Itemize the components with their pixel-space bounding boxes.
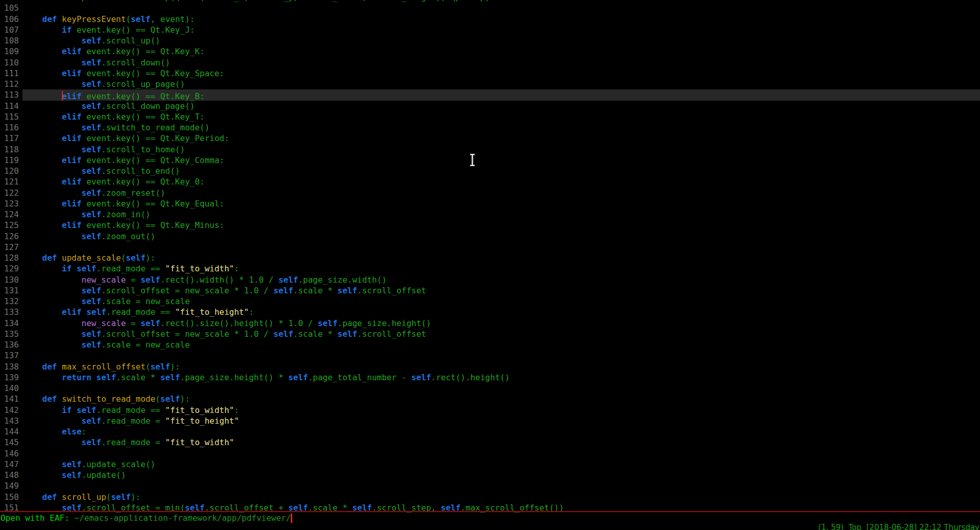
token: self bbox=[160, 394, 180, 404]
token: .scroll_up() bbox=[101, 36, 160, 45]
code-line[interactable]: 134 new_scale = self.rect().size().heigh… bbox=[0, 318, 980, 329]
line-number: 119 bbox=[0, 155, 19, 166]
code-line[interactable]: 130 new_scale = self.rect().width() * 1.… bbox=[0, 274, 980, 285]
token: .rect().size().height() * 1.0 / bbox=[160, 318, 318, 328]
code-line[interactable]: 133 elif self.read_mode == "fit_to_heigh… bbox=[0, 307, 980, 317]
code-line[interactable]: 146 bbox=[0, 448, 980, 459]
code-line[interactable]: 132 self.scale = new_scale bbox=[0, 296, 980, 307]
line-number: 113 bbox=[0, 89, 19, 100]
code-text: def max_scroll_offset(self): bbox=[22, 361, 980, 372]
line-number: 117 bbox=[0, 133, 19, 144]
token bbox=[22, 437, 82, 447]
code-line[interactable]: 125 elif event.key() == Qt.Key_Minus: bbox=[0, 220, 980, 231]
code-line[interactable]: 143 self.read_mode = "fit_to_height" bbox=[0, 416, 980, 426]
token bbox=[22, 91, 62, 101]
code-text: self.scroll_up() bbox=[22, 35, 980, 46]
code-line[interactable]: 117 elif event.key() == Qt.Key_Period: bbox=[0, 133, 980, 144]
token: if bbox=[62, 264, 72, 273]
code-line[interactable]: 110 self.scroll_down() bbox=[0, 57, 980, 68]
code-line[interactable]: 147 self.update_scale() bbox=[0, 459, 980, 470]
token: .scroll_down_page() bbox=[101, 101, 195, 111]
code-text bbox=[22, 383, 980, 394]
code-line[interactable]: 141 def switch_to_read_mode(self): bbox=[0, 394, 980, 404]
code-line[interactable]: 109 elif event.key() == Qt.Key_K: bbox=[0, 46, 980, 57]
code-line[interactable]: 116 self.switch_to_read_mode() bbox=[0, 122, 980, 133]
code-line[interactable]: 107 if event.key() == Qt.Key_J: bbox=[0, 25, 980, 35]
code-line[interactable]: 105 bbox=[0, 3, 980, 13]
token: self bbox=[82, 329, 102, 339]
editor-buffer[interactable]: 104 painter.drawPixmap(QRect(render_x, r… bbox=[0, 0, 980, 513]
token: .scroll_offset = new_scale * 1.0 / bbox=[101, 329, 273, 339]
code-line[interactable]: 113 elif event.key() == Qt.Key_B: bbox=[0, 89, 980, 100]
token bbox=[22, 155, 62, 165]
token bbox=[22, 47, 62, 56]
token: scroll_up bbox=[62, 492, 106, 502]
code-line[interactable]: 139 return self.scale * self.page_size.h… bbox=[0, 372, 980, 383]
code-line[interactable]: 118 self.scroll_to_home() bbox=[0, 144, 980, 155]
code-line[interactable]: 140 bbox=[0, 383, 980, 394]
code-line[interactable]: 123 elif event.key() == Qt.Key_Equal: bbox=[0, 198, 980, 209]
code-line[interactable]: 148 self.update() bbox=[0, 470, 980, 480]
token bbox=[22, 36, 82, 45]
code-line[interactable]: 131 self.scroll_offset = new_scale * 1.0… bbox=[0, 285, 980, 296]
code-line[interactable]: 124 self.zoom_in() bbox=[0, 209, 980, 220]
code-line[interactable]: 150 def scroll_up(self): bbox=[0, 492, 980, 502]
token: switch_to_read_mode bbox=[62, 394, 155, 404]
token: .zoom_out() bbox=[101, 232, 155, 241]
code-line[interactable]: 142 if self.read_mode == "fit_to_width": bbox=[0, 405, 980, 416]
token: self bbox=[82, 437, 102, 447]
code-line[interactable]: 129 if self.read_mode == "fit_to_width": bbox=[0, 263, 980, 274]
token: def bbox=[42, 253, 57, 263]
token bbox=[22, 101, 82, 111]
code-line[interactable]: 108 self.scroll_up() bbox=[0, 35, 980, 46]
minibuffer-input[interactable]: ~/emacs-application-framework/app/pdfvie… bbox=[75, 513, 291, 523]
minibuffer[interactable]: Open with EAF: ~/emacs-application-frame… bbox=[0, 513, 980, 523]
code-line[interactable]: 112 self.scroll_up_page() bbox=[0, 79, 980, 89]
code-text: self.update() bbox=[22, 470, 980, 480]
code-line[interactable]: 120 self.scroll_to_end() bbox=[0, 166, 980, 176]
token: self bbox=[62, 470, 82, 480]
token: .scroll_to_end() bbox=[101, 166, 180, 176]
code-line[interactable]: 136 self.scale = new_scale bbox=[0, 339, 980, 350]
token: "fit_to_width" bbox=[165, 437, 234, 447]
mode-line-separator bbox=[0, 511, 980, 512]
code-line[interactable]: 121 elif event.key() == Qt.Key_0: bbox=[0, 176, 980, 187]
token: self bbox=[82, 210, 102, 219]
code-line[interactable]: 144 else: bbox=[0, 426, 980, 437]
token: self bbox=[82, 232, 102, 241]
code-line[interactable]: 127 bbox=[0, 242, 980, 252]
token: self bbox=[77, 405, 97, 415]
token: .page_size.height() * bbox=[180, 373, 288, 382]
token: = bbox=[126, 318, 141, 328]
code-line[interactable]: 138 def max_scroll_offset(self): bbox=[0, 361, 980, 372]
code-line[interactable]: 106 def keyPressEvent(self, event): bbox=[0, 14, 980, 25]
code-text: self.scroll_offset = new_scale * 1.0 / s… bbox=[22, 285, 980, 296]
line-number: 143 bbox=[0, 416, 19, 426]
code-text: self.read_mode = "fit_to_height" bbox=[22, 416, 980, 426]
line-number: 149 bbox=[0, 480, 19, 491]
code-line[interactable]: 114 self.scroll_down_page() bbox=[0, 101, 980, 111]
line-number: 116 bbox=[0, 122, 19, 133]
code-line[interactable]: 119 elif event.key() == Qt.Key_Comma: bbox=[0, 155, 980, 166]
line-number: 107 bbox=[0, 25, 19, 35]
line-number: 146 bbox=[0, 448, 19, 459]
code-line[interactable]: 126 self.zoom_out() bbox=[0, 231, 980, 242]
token: self bbox=[82, 296, 102, 306]
code-line[interactable]: 149 bbox=[0, 480, 980, 491]
token: , event): bbox=[150, 14, 195, 24]
code-line[interactable]: 145 self.read_mode = "fit_to_width" bbox=[0, 437, 980, 448]
code-line[interactable]: 111 elif event.key() == Qt.Key_Space: bbox=[0, 68, 980, 79]
code-line[interactable]: 135 self.scroll_offset = new_scale * 1.0… bbox=[0, 329, 980, 339]
token bbox=[22, 25, 62, 35]
code-text bbox=[22, 242, 980, 252]
code-line[interactable]: 128 def update_scale(self): bbox=[0, 252, 980, 263]
code-line[interactable]: 115 elif event.key() == Qt.Key_T: bbox=[0, 111, 980, 122]
token bbox=[22, 220, 62, 230]
token: event.key() == Qt.Key_J: bbox=[72, 25, 195, 35]
token: .scale = new_scale bbox=[101, 340, 190, 350]
code-line[interactable]: 137 bbox=[0, 350, 980, 361]
token: .rect().height() bbox=[431, 373, 510, 382]
code-line[interactable]: 122 self.zoom_reset() bbox=[0, 188, 980, 198]
token: elif bbox=[62, 199, 82, 209]
code-text: self.scroll_to_end() bbox=[22, 166, 980, 176]
